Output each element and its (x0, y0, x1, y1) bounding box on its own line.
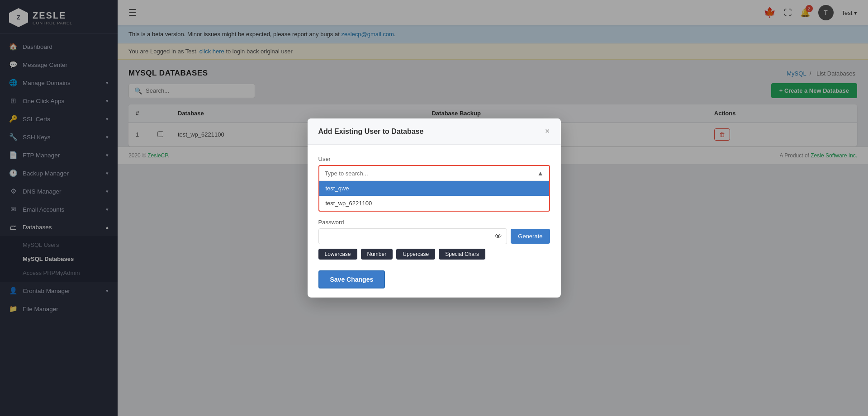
save-changes-button[interactable]: Save Changes (318, 270, 385, 288)
dropdown-item-test-qwe[interactable]: test_qwe (319, 181, 549, 196)
modal-title: Add Existing User to Database (318, 128, 424, 136)
pw-opt-special-chars[interactable]: Special Chars (439, 249, 485, 260)
user-search-box: ▲ (319, 166, 549, 181)
modal-close-button[interactable]: × (545, 127, 550, 136)
user-form-group: User ▲ test_qwe test_wp_6221100 (318, 156, 550, 212)
chevron-up-icon: ▲ (537, 170, 544, 177)
eye-icon[interactable]: 👁 (495, 232, 502, 241)
password-form-group: Password 👁 Generate Lowercase Number Upp… (318, 219, 550, 260)
generate-password-button[interactable]: Generate (511, 229, 550, 244)
modal-header: Add Existing User to Database × (308, 118, 561, 145)
password-options: Lowercase Number Uppercase Special Chars (318, 249, 550, 260)
modal: Add Existing User to Database × User ▲ t… (308, 118, 561, 298)
password-input[interactable] (323, 229, 492, 244)
user-dropdown-list: test_qwe test_wp_6221100 (319, 181, 549, 211)
user-search-input[interactable] (325, 170, 537, 177)
modal-body: User ▲ test_qwe test_wp_6221100 Password (308, 145, 561, 298)
modal-overlay: Add Existing User to Database × User ▲ t… (0, 0, 868, 416)
user-label-text: User (318, 156, 550, 162)
dropdown-item-test-wp[interactable]: test_wp_6221100 (319, 196, 549, 211)
pw-opt-uppercase[interactable]: Uppercase (396, 249, 435, 260)
pw-opt-lowercase[interactable]: Lowercase (318, 249, 357, 260)
password-label-text: Password (318, 219, 550, 226)
user-dropdown[interactable]: ▲ test_qwe test_wp_6221100 (318, 165, 550, 212)
pw-opt-number[interactable]: Number (361, 249, 393, 260)
